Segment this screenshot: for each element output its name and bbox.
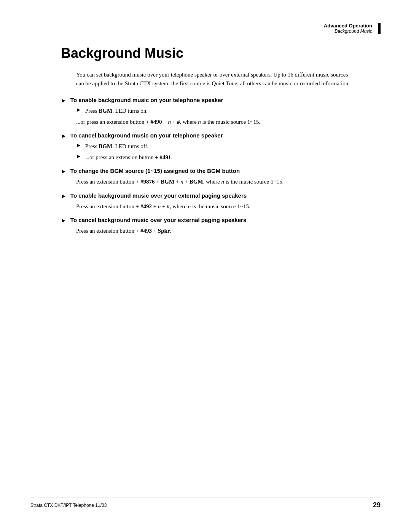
sub-arrow-1: ► (76, 107, 81, 113)
arrow-icon-5: ► (61, 217, 67, 224)
intro-paragraph: You can set background music over your t… (76, 70, 350, 88)
section-heading-text-2: To cancel background music on your telep… (70, 132, 223, 139)
footer-left-text: Strata CTX DKT/IPT Telephone 11/03 (30, 503, 107, 508)
page: Advanced Operation Background Music Back… (0, 0, 411, 532)
arrow-icon-1: ► (61, 97, 67, 104)
section-change-bgm: ► To change the BGM source (1~15) assign… (30, 168, 381, 186)
section-heading-text-1: To enable background music on your telep… (70, 97, 223, 103)
header-section-label: Advanced Operation (324, 23, 372, 29)
body-text-9876: Press an extension button + #9876 + BGM … (76, 177, 350, 186)
sub-text-bgm-on: Press BGM. LED turns on. (85, 107, 148, 115)
section-heading-change-bgm: ► To change the BGM source (1~15) assign… (61, 168, 381, 174)
section-enable-phone: ► To enable background music on your tel… (30, 97, 381, 126)
body-text-492: Press an extension button + #492 + n + #… (76, 202, 350, 211)
sub-text-491: ...or press an extension button + #491. (85, 153, 172, 162)
section-heading-text-4: To enable background music over your ext… (70, 192, 247, 199)
section-heading-cancel-phone: ► To cancel background music on your tel… (61, 132, 381, 139)
section-cancel-phone: ► To cancel background music on your tel… (30, 132, 381, 161)
section-cancel-external: ► To cancel background music over your e… (30, 217, 381, 235)
sub-item-bgm-off: ► Press BGM. LED turns off. (76, 142, 381, 151)
arrow-icon-2: ► (61, 133, 67, 139)
sub-item-bgm-on: ► Press BGM. LED turns on. (76, 107, 381, 115)
section-heading-text-5: To cancel background music over your ext… (70, 217, 246, 223)
header: Advanced Operation Background Music (30, 23, 381, 34)
arrow-icon-3: ► (61, 168, 67, 174)
section-heading-enable-external: ► To enable background music over your e… (61, 192, 381, 199)
page-title: Background Music (61, 45, 381, 61)
sub-text-bgm-off: Press BGM. LED turns off. (85, 142, 148, 151)
section-heading-enable-phone: ► To enable background music on your tel… (61, 97, 381, 104)
footer-page-number: 29 (373, 501, 381, 509)
section-heading-cancel-external: ► To cancel background music over your e… (61, 217, 381, 224)
sub-arrow-2b: ► (76, 153, 81, 159)
arrow-icon-4: ► (61, 193, 67, 199)
sub-arrow-2a: ► (76, 142, 81, 148)
header-page-label: Background Music (324, 29, 372, 34)
section-heading-text-3: To change the BGM source (1~15) assigned… (70, 168, 240, 174)
section-enable-external: ► To enable background music over your e… (30, 192, 381, 211)
footer: Strata CTX DKT/IPT Telephone 11/03 29 (30, 497, 381, 509)
sub-item-491: ► ...or press an extension button + #491… (76, 153, 381, 162)
body-text-493: Press an extension button + #493 + Spkr. (76, 227, 350, 235)
header-inner: Advanced Operation Background Music (324, 23, 379, 34)
body-text-490: ...or press an extension button + #490 +… (76, 118, 350, 126)
